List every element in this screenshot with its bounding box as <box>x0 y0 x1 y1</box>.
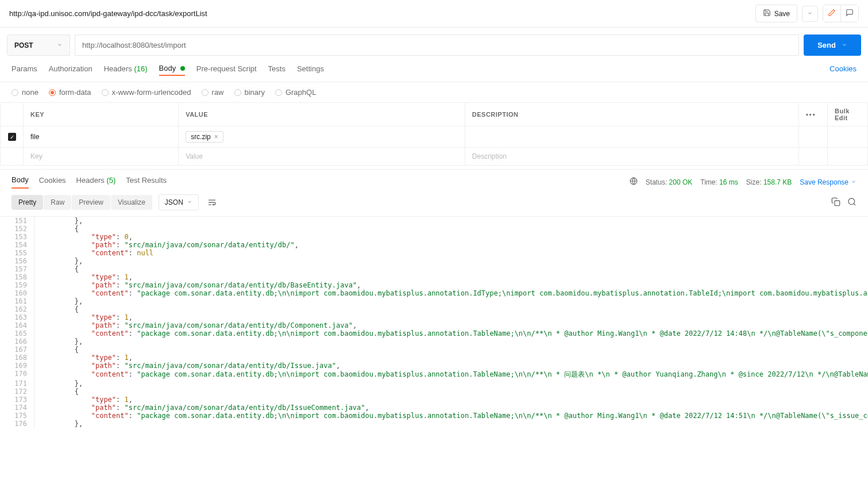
save-response-button[interactable]: Save Response <box>800 178 857 186</box>
code-line: 173 "type": 1, <box>0 396 868 404</box>
code-line: 157 { <box>0 265 868 273</box>
method-select[interactable]: POST <box>7 34 70 56</box>
view-visualize[interactable]: Visualize <box>111 195 152 210</box>
globe-icon[interactable] <box>630 177 638 187</box>
tab-body-label: Body <box>159 64 176 72</box>
body-type-form-data[interactable]: form-data <box>49 88 91 97</box>
value-input[interactable]: Value <box>179 148 465 166</box>
row-value[interactable]: src.zip × <box>179 126 465 148</box>
code-line: 151 }, <box>0 217 868 225</box>
response-headers-label: Headers <box>76 176 105 185</box>
code-line: 167 { <box>0 346 868 354</box>
format-select[interactable]: JSON <box>159 194 199 210</box>
method-label: POST <box>14 41 33 49</box>
bulk-edit-button[interactable]: Bulk Edit <box>835 108 850 121</box>
code-line: 158 "type": 1, <box>0 273 868 281</box>
code-line: 175 "content": "package com.sonar.data.e… <box>0 412 868 420</box>
copy-icon[interactable] <box>831 197 840 208</box>
code-line: 168 "type": 1, <box>0 354 868 362</box>
value-header: VALUE <box>179 103 465 126</box>
response-tab-test-results[interactable]: Test Results <box>126 176 167 188</box>
chevron-down-icon <box>57 41 63 49</box>
tab-body[interactable]: Body <box>159 62 185 76</box>
view-preview[interactable]: Preview <box>72 195 110 210</box>
save-label: Save <box>774 10 790 18</box>
code-line: 152 { <box>0 225 868 233</box>
time-meta: Time: 16 ms <box>700 178 738 186</box>
url-input[interactable] <box>75 34 799 56</box>
code-line: 176 }, <box>0 420 868 428</box>
view-pretty[interactable]: Pretty <box>11 195 43 210</box>
chevron-down-icon <box>187 198 192 206</box>
code-line: 153 "type": 0, <box>0 233 868 241</box>
description-input[interactable]: Description <box>465 148 798 166</box>
tab-prerequest[interactable]: Pre-request Script <box>196 62 257 75</box>
body-type-binary[interactable]: binary <box>234 88 265 97</box>
more-icon[interactable]: ••• <box>806 111 816 118</box>
cookies-link[interactable]: Cookies <box>830 64 857 73</box>
svg-line-5 <box>854 204 855 205</box>
response-tab-cookies[interactable]: Cookies <box>39 176 66 188</box>
body-type-none[interactable]: none <box>11 88 38 97</box>
code-line: 174 "path": "src/main/java/com/sonar/dat… <box>0 404 868 412</box>
radio-icon <box>11 89 18 96</box>
view-raw[interactable]: Raw <box>44 195 71 210</box>
save-icon <box>763 9 771 18</box>
remove-file-icon[interactable]: × <box>214 133 218 141</box>
tab-headers[interactable]: Headers (16) <box>104 62 148 75</box>
code-line: 171 }, <box>0 379 868 388</box>
radio-icon <box>275 89 282 96</box>
code-line: 172 { <box>0 388 868 396</box>
body-type-graphql[interactable]: GraphQL <box>275 88 316 97</box>
chevron-down-icon <box>851 178 857 186</box>
code-line: 160 "content": "package com.sonar.data.e… <box>0 289 868 297</box>
table-row: ✓ file src.zip × <box>1 126 868 148</box>
code-line: 163 "type": 1, <box>0 313 868 321</box>
tab-settings[interactable]: Settings <box>297 62 324 75</box>
status-meta: Status: 200 OK <box>646 178 692 186</box>
response-tab-headers[interactable]: Headers (5) <box>76 176 116 188</box>
tab-tests[interactable]: Tests <box>268 62 286 75</box>
body-type-x-www[interactable]: x-www-form-urlencoded <box>102 88 191 97</box>
code-line: 154 "path": "src/main/java/com/sonar/dat… <box>0 241 868 249</box>
wrap-lines-button[interactable] <box>205 195 219 210</box>
file-chip: src.zip × <box>186 131 223 143</box>
comment-icon <box>846 9 854 18</box>
edit-button[interactable] <box>823 5 841 22</box>
radio-icon <box>202 89 209 96</box>
code-line: 166 }, <box>0 338 868 346</box>
body-type-raw[interactable]: raw <box>202 88 224 97</box>
send-label: Send <box>817 41 836 49</box>
row-description[interactable] <box>465 126 798 148</box>
comment-button[interactable] <box>841 5 858 22</box>
request-name: http://qa-ipd.unisoc.com/ipd-gateway/ipd… <box>9 9 755 18</box>
response-tab-body[interactable]: Body <box>11 175 29 189</box>
save-dropdown[interactable] <box>802 6 818 22</box>
code-line: 159 "path": "src/main/java/com/sonar/dat… <box>0 281 868 289</box>
checkbox-header <box>1 103 24 126</box>
save-button[interactable]: Save <box>755 5 797 22</box>
svg-point-4 <box>848 198 855 205</box>
send-button[interactable]: Send <box>804 34 861 56</box>
tab-params[interactable]: Params <box>11 62 37 75</box>
code-line: 162 { <box>0 305 868 313</box>
svg-rect-3 <box>835 201 840 206</box>
row-key[interactable]: file <box>24 126 179 148</box>
search-icon[interactable] <box>847 197 857 208</box>
pencil-icon <box>828 9 836 18</box>
tab-headers-count: (16) <box>134 64 147 73</box>
code-line: 164 "path": "src/main/java/com/sonar/dat… <box>0 321 868 329</box>
key-header: KEY <box>24 103 179 126</box>
code-line: 155 "content": null <box>0 249 868 257</box>
radio-icon <box>234 89 241 96</box>
tab-headers-label: Headers <box>104 64 132 73</box>
modified-dot-icon <box>180 66 185 71</box>
size-meta: Size: 158.7 KB <box>746 178 792 186</box>
row-checkbox[interactable]: ✓ <box>8 133 16 141</box>
key-input[interactable]: Key <box>24 148 179 166</box>
radio-icon <box>49 89 56 96</box>
tab-authorization[interactable]: Authorization <box>49 62 92 75</box>
response-code-view[interactable]: 151 },152 {153 "type": 0,154 "path": "sr… <box>0 216 868 428</box>
file-name: src.zip <box>191 133 211 141</box>
chevron-down-icon <box>807 10 813 18</box>
